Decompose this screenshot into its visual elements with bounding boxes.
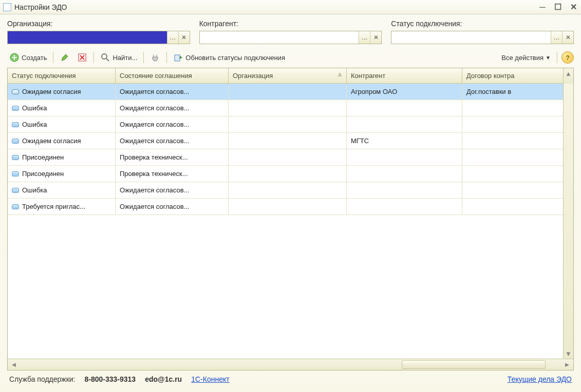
cell-organization — [229, 84, 347, 100]
minimize-button[interactable]: ─ — [538, 3, 547, 12]
edit-button[interactable] — [58, 51, 72, 64]
cell-status: Ожидаем согласия — [8, 84, 116, 100]
hscroll-left[interactable]: ◄ — [8, 361, 20, 368]
svg-rect-3 — [175, 55, 180, 61]
cell-contract — [462, 116, 547, 132]
cell-status-text: Требуется приглас... — [22, 203, 85, 210]
filter-organization-clear-button[interactable]: ✕ — [178, 31, 190, 44]
plus-icon — [9, 52, 20, 63]
table-row[interactable]: Требуется приглас...Ожидается согласов..… — [8, 199, 563, 215]
hscroll-right[interactable]: ► — [561, 361, 573, 368]
cell-status: Ошибка — [8, 100, 116, 116]
close-button[interactable]: ✕ — [569, 3, 578, 12]
column-contragent[interactable]: Контрагент — [347, 68, 462, 83]
cell-status: Присоединен — [8, 166, 116, 182]
refresh-label: Обновить статусы подключения — [185, 54, 285, 62]
help-button[interactable]: ? — [561, 51, 574, 64]
cell-status-text: Ожидаем согласия — [22, 88, 81, 95]
create-button[interactable]: Создать — [7, 51, 49, 64]
edo-link[interactable]: Текущие дела ЭДО — [508, 375, 572, 383]
find-label: Найти... — [113, 54, 137, 62]
support-email: edo@1c.ru — [145, 375, 182, 383]
filter-contragent-select-button[interactable]: … — [359, 31, 370, 44]
filter-status-value[interactable] — [391, 31, 551, 44]
table-row[interactable]: ПрисоединенПроверка техническ... — [8, 149, 563, 166]
filter-contragent-value[interactable] — [200, 31, 359, 44]
filter-status-input[interactable]: … ✕ — [391, 31, 574, 44]
toolbar-separator — [166, 52, 167, 63]
filter-contragent: Контрагент: … ✕ — [199, 19, 382, 44]
create-label: Создать — [22, 54, 47, 62]
magnifier-icon — [100, 52, 110, 63]
hscroll[interactable]: ◄ ► — [8, 359, 573, 370]
table-row[interactable]: ОшибкаОжидается согласов... — [8, 182, 563, 199]
row-status-icon — [12, 122, 19, 127]
maximize-button[interactable]: ☐ — [553, 3, 563, 12]
footer: Служба поддержки: 8-800-333-9313 edo@1c.… — [7, 370, 574, 388]
cell-status: Присоединен — [8, 149, 116, 165]
table: Статус подключения Состояние соглашения … — [7, 68, 574, 370]
row-status-icon — [12, 106, 19, 111]
cell-organization — [229, 199, 347, 214]
filter-organization-value[interactable] — [8, 31, 167, 44]
cell-contragent — [347, 100, 462, 116]
row-status-icon — [12, 204, 19, 209]
plug-button[interactable] — [148, 51, 162, 64]
cell-contragent — [347, 199, 462, 214]
filter-contragent-clear-button[interactable]: ✕ — [370, 31, 381, 44]
table-row[interactable]: ОшибкаОжидается согласов... — [8, 116, 563, 133]
cell-state: Ожидается согласов... — [116, 199, 229, 214]
cell-organization — [229, 166, 347, 182]
toolbar-separator — [557, 52, 557, 63]
pencil-icon — [60, 52, 70, 63]
window-title: Настройки ЭДО — [14, 3, 538, 11]
table-header: Статус подключения Состояние соглашения … — [8, 68, 563, 84]
cell-status-text: Ошибка — [22, 186, 47, 194]
cell-contragent — [347, 149, 462, 165]
table-row[interactable]: ОшибкаОжидается согласов... — [8, 100, 563, 116]
cell-state: Ожидается согласов... — [116, 84, 229, 100]
filter-organization-input[interactable]: … ✕ — [7, 31, 190, 44]
table-row[interactable]: Ожидаем согласияОжидается согласов...МГТ… — [8, 133, 563, 149]
vscroll[interactable]: ▼ — [563, 84, 573, 359]
cell-contract — [462, 199, 547, 214]
row-status-icon — [12, 155, 19, 160]
row-status-icon — [12, 188, 19, 193]
cell-contragent — [347, 166, 462, 182]
hscroll-thumb[interactable] — [402, 360, 546, 369]
cell-status-text: Ошибка — [22, 121, 47, 128]
toolbar-separator — [53, 52, 53, 63]
column-status[interactable]: Статус подключения — [8, 68, 116, 83]
filter-organization-select-button[interactable]: … — [167, 31, 178, 44]
cell-organization — [229, 133, 347, 149]
filter-status-clear-button[interactable]: ✕ — [562, 31, 573, 44]
vscroll-down[interactable]: ▼ — [564, 348, 573, 359]
table-row[interactable]: Ожидаем согласияОжидается согласов...Агр… — [8, 84, 563, 100]
toolbar-separator — [143, 52, 144, 63]
column-contract[interactable]: Договор контра — [462, 68, 547, 83]
cell-contract — [462, 100, 547, 116]
refresh-button[interactable]: Обновить статусы подключения — [171, 51, 287, 64]
toolbar: Создать Найти... — [7, 49, 574, 66]
row-status-icon — [12, 89, 19, 94]
table-row[interactable]: ПрисоединенПроверка техническ... — [8, 166, 563, 182]
cell-state: Ожидается согласов... — [116, 182, 229, 198]
vscroll-up[interactable]: ▲ — [564, 68, 573, 79]
cell-state: Проверка техническ... — [116, 149, 229, 165]
find-button[interactable]: Найти... — [98, 51, 139, 64]
cell-state: Ожидается согласов... — [116, 116, 229, 132]
column-state[interactable]: Состояние соглашения — [116, 68, 229, 83]
toolbar-separator — [93, 52, 94, 63]
delete-button[interactable] — [75, 51, 89, 64]
filter-status: Статус подключения: … ✕ — [391, 19, 574, 44]
column-organization[interactable]: Организация ≛ — [229, 68, 347, 83]
all-actions-button[interactable]: Все действия ▼ — [499, 51, 553, 64]
cell-state: Ожидается согласов... — [116, 100, 229, 116]
hscroll-track[interactable] — [20, 359, 561, 370]
row-status-icon — [12, 171, 19, 177]
filter-status-select-button[interactable]: … — [551, 31, 562, 44]
filter-contragent-label: Контрагент: — [199, 19, 382, 28]
sort-icon: ≛ — [338, 72, 342, 79]
filter-contragent-input[interactable]: … ✕ — [199, 31, 382, 44]
connect-link[interactable]: 1С-Коннект — [191, 375, 229, 383]
